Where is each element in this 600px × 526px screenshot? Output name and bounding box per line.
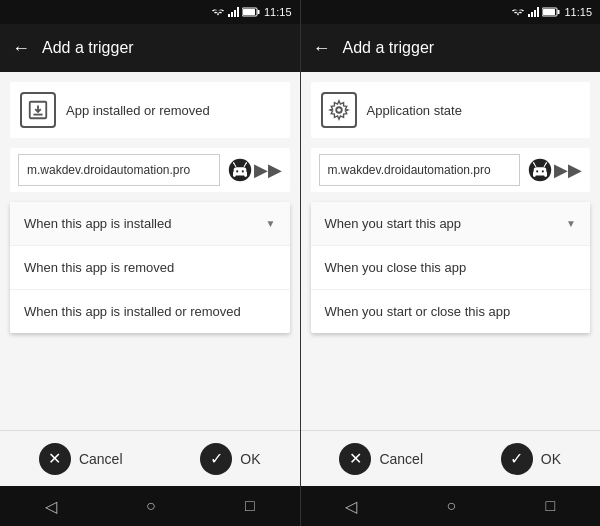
svg-point-38 — [533, 162, 534, 163]
svg-point-23 — [233, 162, 234, 163]
bottom-bar-1: ✕ Cancel ✓ OK — [0, 430, 300, 486]
trigger-label-2: Application state — [367, 103, 462, 118]
svg-rect-29 — [558, 10, 560, 14]
ok-label-1: OK — [240, 451, 260, 467]
android-icon-btn-1[interactable]: ▶▶ — [226, 156, 282, 184]
signal-icon — [228, 7, 239, 17]
app-state-icon — [328, 99, 350, 121]
back-button-1[interactable]: ← — [12, 38, 30, 59]
wifi-icon-2 — [511, 7, 525, 17]
dropdown-2: When you start this app ▼ When you close… — [311, 202, 591, 333]
input-row-2: ▶▶ — [311, 148, 591, 192]
status-icons-1 — [211, 7, 260, 17]
nav-bar-2: ◁ ○ □ — [301, 486, 601, 526]
status-bar-2: 11:15 — [301, 0, 601, 24]
dropdown-item-1-1[interactable]: When this app is removed — [10, 246, 290, 290]
back-nav-icon-1[interactable]: ◁ — [45, 497, 57, 516]
battery-icon — [242, 7, 260, 17]
svg-point-40 — [546, 162, 547, 163]
trigger-label-1: App installed or removed — [66, 103, 210, 118]
top-bar-2: ← Add a trigger — [301, 24, 601, 72]
svg-point-21 — [241, 170, 243, 172]
ok-circle-2: ✓ — [501, 443, 533, 475]
panel-2: 11:15 ← Add a trigger Application state — [301, 0, 601, 526]
cancel-button-1[interactable]: ✕ Cancel — [23, 435, 139, 483]
wifi-icon — [211, 7, 225, 17]
cancel-button-2[interactable]: ✕ Cancel — [323, 435, 439, 483]
chevron-down-icon-1: ▼ — [266, 218, 276, 229]
android-icon-btn-2[interactable]: ▶▶ — [526, 156, 582, 184]
svg-rect-30 — [543, 9, 555, 15]
top-bar-title-2: Add a trigger — [343, 39, 435, 57]
status-icons-2 — [511, 7, 560, 17]
svg-point-35 — [536, 170, 538, 172]
dropdown-item-2-0[interactable]: When you start this app ▼ — [311, 202, 591, 246]
battery-icon-2 — [542, 7, 560, 17]
ok-circle-1: ✓ — [200, 443, 232, 475]
trigger-icon-box-1 — [20, 92, 56, 128]
app-input-2[interactable] — [319, 154, 521, 186]
svg-rect-41 — [533, 171, 536, 177]
dropdown-item-2-1[interactable]: When you close this app — [311, 246, 591, 290]
signal-icon-2 — [528, 7, 539, 17]
top-bar-title-1: Add a trigger — [42, 39, 134, 57]
dropdown-1: When this app is installed ▼ When this a… — [10, 202, 290, 333]
input-row-1: ▶▶ — [10, 148, 290, 192]
ok-label-2: OK — [541, 451, 561, 467]
top-bar-1: ← Add a trigger — [0, 24, 300, 72]
arrow-icon-2: ▶▶ — [554, 159, 582, 181]
recents-nav-icon-1[interactable]: □ — [245, 497, 255, 515]
trigger-icon-box-2 — [321, 92, 357, 128]
svg-point-36 — [542, 170, 544, 172]
android-logo-2 — [526, 156, 554, 184]
svg-rect-26 — [233, 171, 236, 177]
home-nav-icon-2[interactable]: ○ — [447, 497, 457, 515]
time-1: 11:15 — [264, 6, 292, 18]
svg-rect-1 — [257, 10, 259, 14]
svg-rect-2 — [243, 9, 255, 15]
app-input-1[interactable] — [18, 154, 220, 186]
recents-nav-icon-2[interactable]: □ — [546, 497, 556, 515]
dropdown-item-1-0[interactable]: When this app is installed ▼ — [10, 202, 290, 246]
cancel-circle-1: ✕ — [39, 443, 71, 475]
back-nav-icon-2[interactable]: ◁ — [345, 497, 357, 516]
android-logo-1 — [226, 156, 254, 184]
nav-bar-1: ◁ ○ □ — [0, 486, 300, 526]
dropdown-item-1-2[interactable]: When this app is installed or removed — [10, 290, 290, 333]
svg-point-31 — [336, 107, 342, 113]
arrow-icon-1: ▶▶ — [254, 159, 282, 181]
cancel-label-2: Cancel — [379, 451, 423, 467]
content-area-2: Application state ▶▶ — [301, 72, 601, 430]
cancel-label-1: Cancel — [79, 451, 123, 467]
bottom-bar-2: ✕ Cancel ✓ OK — [301, 430, 601, 486]
chevron-down-icon-2: ▼ — [566, 218, 576, 229]
back-button-2[interactable]: ← — [313, 38, 331, 59]
dropdown-item-2-2[interactable]: When you start or close this app — [311, 290, 591, 333]
svg-point-20 — [236, 170, 238, 172]
ok-button-2[interactable]: ✓ OK — [485, 435, 577, 483]
app-installed-icon — [27, 99, 49, 121]
panel-1: 11:15 ← Add a trigger App installed or r… — [0, 0, 300, 526]
svg-rect-27 — [244, 171, 247, 177]
cancel-circle-2: ✕ — [339, 443, 371, 475]
ok-button-1[interactable]: ✓ OK — [184, 435, 276, 483]
trigger-header-2: Application state — [311, 82, 591, 138]
trigger-header-1: App installed or removed — [10, 82, 290, 138]
home-nav-icon-1[interactable]: ○ — [146, 497, 156, 515]
content-area-1: App installed or removed — [0, 72, 300, 430]
svg-point-25 — [245, 162, 246, 163]
svg-rect-42 — [544, 171, 547, 177]
time-2: 11:15 — [564, 6, 592, 18]
status-bar-1: 11:15 — [0, 0, 300, 24]
